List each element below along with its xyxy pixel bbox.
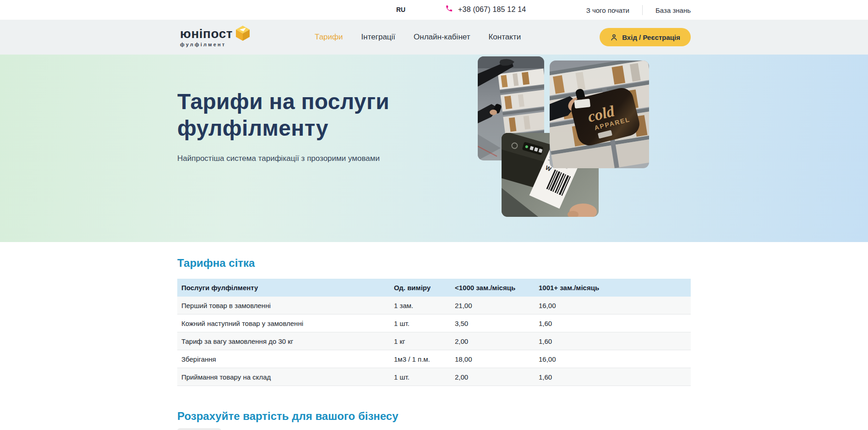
cell-unit: 1 шт.	[394, 320, 455, 327]
cell-service: Тариф за вагу замовлення до 30 кг	[181, 337, 394, 345]
cell-price-low: 18,00	[455, 355, 539, 363]
login-register-label: Вхід / Реєстрація	[622, 33, 680, 41]
page-title: Тарифи на послугифулфілменту	[177, 88, 434, 142]
login-register-button[interactable]: Вхід / Реєстрація	[600, 28, 691, 46]
nav-integrations[interactable]: Інтеграції	[361, 33, 396, 42]
col-header-unit: Од. виміру	[394, 284, 455, 292]
table-row: Зберігання 1м3 / 1 п.м. 18,00 16,00	[177, 350, 691, 368]
cell-service: Перший товар в замовленні	[181, 302, 394, 309]
table-row: Кожний наступний товар у замовленні 1 шт…	[177, 314, 691, 332]
col-header-service: Послуги фулфілменту	[181, 284, 394, 292]
col-header-under-1000: <1000 зам./місяць	[455, 284, 539, 292]
pricing-table: Послуги фулфілменту Од. виміру <1000 зам…	[177, 279, 691, 386]
page-subtitle: Найпростіша система тарифікації з прозор…	[177, 154, 434, 163]
logo[interactable]: юніпост фулфілмент	[180, 28, 250, 47]
table-row: Приймання товару на склад 1 шт. 2,00 1,6…	[177, 368, 691, 386]
nav-online-cabinet[interactable]: Онлайн-кабінет	[414, 33, 470, 42]
cell-price-high: 16,00	[539, 302, 691, 309]
logo-subtitle: фулфілмент	[180, 42, 233, 47]
topbar-divider	[642, 5, 643, 15]
cell-price-high: 1,60	[539, 320, 691, 327]
cell-unit: 1 кг	[394, 337, 455, 345]
table-row: Перший товар в замовленні 1 зам. 21,00 1…	[177, 297, 691, 314]
nav-contacts[interactable]: Контакти	[488, 33, 521, 42]
cell-unit: 1 шт.	[394, 373, 455, 381]
cell-price-high: 1,60	[539, 337, 691, 345]
cell-price-low: 3,50	[455, 320, 539, 327]
logo-cube-icon	[236, 26, 250, 43]
link-knowledge-base[interactable]: База знань	[655, 6, 691, 14]
hero-photo-collage: W	[478, 56, 650, 271]
logo-title: юніпост	[180, 28, 233, 40]
main-nav: Тарифи Інтеграції Онлайн-кабінет Контакт…	[315, 33, 521, 42]
phone-group: +38 (067) 185 12 14	[445, 5, 526, 14]
calculator-heading: Розрахуйте вартість для вашого бізнесу	[177, 410, 691, 423]
cell-price-high: 1,60	[539, 373, 691, 381]
pricing-heading: Тарифна сітка	[177, 257, 691, 270]
cell-price-low: 21,00	[455, 302, 539, 309]
main-header: юніпост фулфілмент Тарифи Інтеграції Онл…	[0, 20, 868, 55]
cell-service: Кожний наступний товар у замовленні	[181, 320, 394, 327]
calculator-widget-top-edge	[177, 428, 221, 430]
nav-tariffs[interactable]: Тарифи	[315, 33, 343, 42]
cell-service: Зберігання	[181, 355, 394, 363]
content-section: Тарифна сітка Послуги фулфілменту Од. ви…	[0, 242, 868, 430]
table-row: Тариф за вагу замовлення до 30 кг 1 кг 2…	[177, 332, 691, 350]
hero-section: Тарифи на послугифулфілменту Найпростіша…	[0, 55, 868, 242]
phone-icon	[445, 5, 453, 14]
cell-price-low: 2,00	[455, 373, 539, 381]
cell-price-high: 16,00	[539, 355, 691, 363]
photo-package-apparel: cold APPAREL	[550, 61, 649, 168]
col-header-over-1001: 1001+ зам./місяць	[539, 284, 691, 292]
topbar: RU +38 (067) 185 12 14 З чого почати Баз…	[0, 0, 868, 20]
table-header-row: Послуги фулфілменту Од. виміру <1000 зам…	[177, 279, 691, 297]
language-switcher[interactable]: RU	[396, 6, 405, 13]
link-how-to-start[interactable]: З чого почати	[586, 6, 629, 14]
cell-unit: 1 зам.	[394, 302, 455, 309]
user-icon	[610, 33, 618, 41]
cell-price-low: 2,00	[455, 337, 539, 345]
phone-number[interactable]: +38 (067) 185 12 14	[458, 6, 526, 14]
cell-unit: 1м3 / 1 п.м.	[394, 355, 455, 363]
cell-service: Приймання товару на склад	[181, 373, 394, 381]
